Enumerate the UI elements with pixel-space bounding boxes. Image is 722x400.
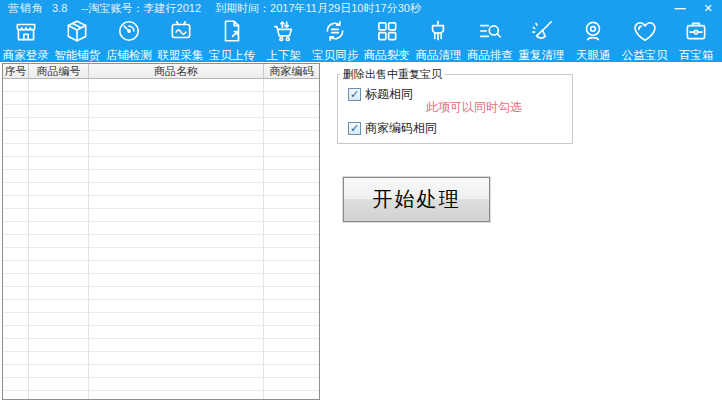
checkbox-icon[interactable]: ✓ <box>348 88 361 101</box>
column-divider <box>263 79 264 399</box>
brush-icon <box>425 18 451 48</box>
toolbar-item-label: 商品排查 <box>467 48 513 63</box>
heart-icon <box>632 18 658 48</box>
app-window: 营销角 3.8 --淘宝账号：李建行2012 到期时间：2017年11月29日1… <box>0 0 722 400</box>
toolbar-item-label: 商家登录 <box>3 48 49 63</box>
column-divider <box>88 79 89 399</box>
toolbar-item-item-fission[interactable]: 商品裂变 <box>361 16 413 62</box>
sweep-icon <box>529 18 555 48</box>
product-table: 序号 商品编号 商品名称 商家编码 <box>2 63 320 400</box>
toolbar-item-item-clean[interactable]: 商品清理 <box>413 16 465 62</box>
toolbar-item-item-sync[interactable]: 宝贝同步 <box>309 16 361 62</box>
toolbar-item-charity-item[interactable]: 公益宝贝 <box>619 16 671 62</box>
column-header-item-name[interactable]: 商品名称 <box>89 64 264 78</box>
toolbar-item-item-inspect[interactable]: 商品排查 <box>464 16 516 62</box>
toolbar-item-shop-check[interactable]: 店铺检测 <box>103 16 155 62</box>
toolbar: 商家登录 智能铺货 店铺检测 联盟采集 宝贝上传 上下架 宝贝同步 <box>0 16 722 62</box>
column-divider <box>28 79 29 399</box>
toolbar-item-label: 百宝箱 <box>679 48 714 63</box>
toolbar-item-label: 天眼通 <box>576 48 611 63</box>
expiry-info: 到期时间：2017年11月29日10时17分30秒 <box>215 1 421 16</box>
toolbar-item-label: 智能铺货 <box>54 48 100 63</box>
duplicate-options-groupbox: 删除出售中重复宝贝 ✓ 标题相同 此项可以同时勾选 ✓ 商家编码相同 <box>337 74 573 144</box>
app-title: 营销角 <box>8 1 44 16</box>
table-body[interactable] <box>3 79 319 399</box>
groupbox-title: 删除出售中重复宝贝 <box>340 67 445 82</box>
column-header-item-number[interactable]: 商品编号 <box>29 64 89 78</box>
toolbar-item-label: 上下架 <box>266 48 301 63</box>
cart-arrows-icon <box>271 18 297 48</box>
app-version: 3.8 <box>52 2 67 14</box>
toolbar-item-label: 联盟采集 <box>158 48 204 63</box>
note-text: 此项可以同时勾选 <box>426 99 522 116</box>
toolbar-item-label: 店铺检测 <box>106 48 152 63</box>
sync-icon <box>322 18 348 48</box>
window-controls: — ✕ <box>672 0 716 16</box>
column-header-merchant-code[interactable]: 商家编码 <box>264 64 319 78</box>
checkbox-label: 标题相同 <box>365 86 413 103</box>
start-processing-button[interactable]: 开始处理 <box>343 177 490 222</box>
monitor-wave-icon <box>168 18 194 48</box>
toolbar-item-label: 宝贝同步 <box>312 48 358 63</box>
grid-icon <box>374 18 400 48</box>
table-header: 序号 商品编号 商品名称 商家编码 <box>3 64 319 79</box>
toolbar-item-alliance-collect[interactable]: 联盟采集 <box>155 16 207 62</box>
toolbar-item-label: 商品清理 <box>415 48 461 63</box>
toolbar-item-item-upload[interactable]: 宝贝上传 <box>206 16 258 62</box>
toolbar-item-label: 重复清理 <box>519 48 565 63</box>
titlebar[interactable]: 营销角 3.8 --淘宝账号：李建行2012 到期时间：2017年11月29日1… <box>0 0 722 16</box>
document-upload-icon <box>219 18 245 48</box>
toolbar-item-merchant-login[interactable]: 商家登录 <box>0 16 52 62</box>
toolbar-item-duplicate-clean[interactable]: 重复清理 <box>516 16 568 62</box>
webcam-icon <box>580 18 606 48</box>
toolbar-item-shelf-toggle[interactable]: 上下架 <box>258 16 310 62</box>
storefront-icon <box>13 18 39 48</box>
toolbar-item-treasure-box[interactable]: 百宝箱 <box>671 16 722 62</box>
toolbox-icon <box>683 18 709 48</box>
search-list-icon <box>477 18 503 48</box>
close-button[interactable]: ✕ <box>700 0 716 16</box>
checkbox-label: 商家编码相同 <box>365 120 437 137</box>
minimize-button[interactable]: — <box>672 0 688 16</box>
checkbox-merchant-code-same[interactable]: ✓ 商家编码相同 <box>348 120 437 137</box>
toolbar-item-label: 商品裂变 <box>364 48 410 63</box>
toolbar-item-sky-eye[interactable]: 天眼通 <box>567 16 619 62</box>
column-header-index[interactable]: 序号 <box>3 64 29 78</box>
toolbar-item-label: 公益宝贝 <box>622 48 668 63</box>
toolbar-item-smart-stock[interactable]: 智能铺货 <box>52 16 104 62</box>
checkbox-icon[interactable]: ✓ <box>348 122 361 135</box>
radar-icon <box>116 18 142 48</box>
checkbox-title-same[interactable]: ✓ 标题相同 <box>348 86 413 103</box>
package-icon <box>64 18 90 48</box>
toolbar-item-label: 宝贝上传 <box>209 48 255 63</box>
account-info: --淘宝账号：李建行2012 <box>81 1 201 16</box>
